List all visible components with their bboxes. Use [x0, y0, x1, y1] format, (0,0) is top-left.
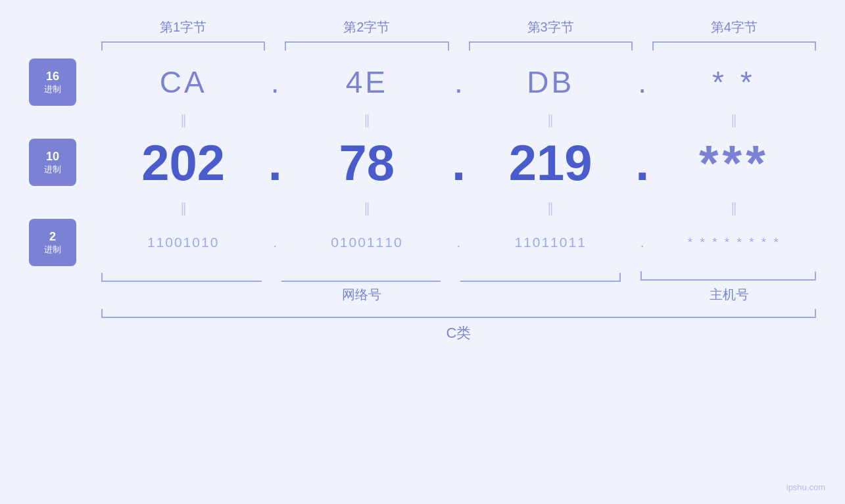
bin-val-2: 01001110 — [285, 235, 448, 250]
hex-dot-2: . — [449, 64, 469, 100]
hex-val-4: * * — [652, 64, 816, 100]
eq1-4: ‖ — [652, 112, 816, 127]
dec-dot-2: . — [449, 134, 469, 191]
column-headers: 第1字节 第2字节 第3字节 第4字节 — [101, 18, 816, 36]
decimal-row: 10 进制 202 . 78 . 219 . *** — [29, 131, 816, 194]
dec-val-2: 78 — [285, 134, 448, 191]
col-header-4: 第4字节 — [652, 18, 816, 36]
equals-row-2: ‖ ‖ ‖ ‖ — [101, 196, 816, 219]
col-header-3: 第3字节 — [469, 18, 633, 36]
bottom-brackets — [101, 271, 816, 282]
dec-dot-1: . — [265, 134, 285, 191]
bracket-2 — [285, 41, 448, 51]
dec-val-1: 202 — [101, 134, 265, 191]
bin-dot-2: . — [449, 235, 469, 250]
dec-val-4: *** — [652, 134, 816, 191]
col-header-1: 第1字节 — [101, 18, 265, 36]
eq2-4: ‖ — [652, 200, 816, 216]
bracket-1 — [101, 41, 265, 51]
class-label-row: C类 — [101, 323, 816, 343]
hex-label: 16 进制 — [29, 58, 76, 106]
class-bracket — [101, 309, 816, 318]
hex-row: 16 进制 CA . 4E . DB . * * — [29, 58, 816, 106]
hex-dot-1: . — [265, 64, 285, 100]
host-bracket — [640, 271, 816, 281]
bin-val-1: 11001010 — [101, 235, 265, 250]
class-bracket-row — [101, 309, 816, 319]
dec-val-3: 219 — [469, 134, 633, 191]
network-label: 网络号 — [101, 286, 623, 304]
eq2-3: ‖ — [469, 200, 633, 216]
watermark: ipshu.com — [786, 482, 825, 492]
hex-val-1: CA — [101, 64, 265, 100]
bracket-3 — [469, 41, 633, 51]
equals-row-1: ‖ ‖ ‖ ‖ — [101, 108, 816, 131]
bracket-4 — [652, 41, 816, 51]
hex-val-3: DB — [469, 64, 633, 100]
bin-val-3: 11011011 — [469, 235, 633, 250]
dec-dot-3: . — [633, 134, 652, 191]
network-host-labels: 网络号 主机号 — [101, 286, 816, 304]
eq2-2: ‖ — [285, 200, 448, 216]
bin-dot-3: . — [633, 235, 652, 250]
host-label: 主机号 — [642, 286, 816, 304]
hex-val-2: 4E — [285, 64, 448, 100]
eq1-2: ‖ — [285, 112, 448, 127]
top-brackets — [101, 41, 816, 52]
dec-label: 10 进制 — [29, 139, 76, 186]
class-label: C类 — [101, 323, 816, 343]
bin-label: 2 进制 — [29, 219, 76, 266]
binary-row: 2 进制 11001010 . 01001110 . 11011011 . * … — [29, 219, 816, 266]
main-container: 第1字节 第2字节 第3字节 第4字节 16 进制 CA . 4E . DB .… — [0, 0, 845, 504]
eq1-1: ‖ — [101, 112, 265, 127]
bin-dot-1: . — [265, 235, 285, 250]
eq2-1: ‖ — [101, 200, 265, 216]
eq1-3: ‖ — [469, 112, 633, 127]
bin-val-4: * * * * * * * * — [652, 235, 816, 250]
hex-dot-3: . — [633, 64, 652, 100]
col-header-2: 第2字节 — [285, 18, 448, 36]
